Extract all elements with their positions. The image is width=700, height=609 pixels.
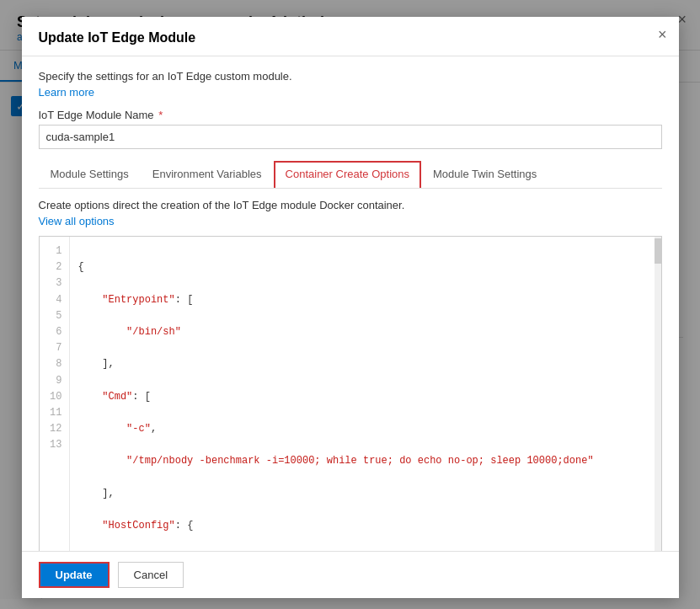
learn-more-link[interactable]: Learn more <box>39 86 94 99</box>
line-num-12: 12 <box>48 421 62 437</box>
line-num-6: 6 <box>48 324 62 340</box>
code-line-4: ], <box>78 356 653 372</box>
tab-module-settings[interactable]: Module Settings <box>39 161 141 189</box>
line-num-10: 10 <box>48 389 62 405</box>
modal-description: Specify the settings for an IoT Edge cus… <box>39 70 662 83</box>
container-create-options-content: Create options direct the creation of th… <box>39 199 662 551</box>
line-num-7: 7 <box>48 340 62 356</box>
line-num-11: 11 <box>48 405 62 421</box>
tab-module-twin-settings[interactable]: Module Twin Settings <box>421 161 548 189</box>
modal-title: Update IoT Edge Module <box>39 30 662 45</box>
update-button[interactable]: Update <box>39 562 110 588</box>
cancel-button[interactable]: Cancel <box>118 562 184 588</box>
scrollbar-thumb[interactable] <box>655 238 661 264</box>
line-num-9: 9 <box>48 373 62 389</box>
code-editor[interactable]: 1 2 3 4 5 6 7 8 9 10 11 12 13 <box>39 236 662 551</box>
code-line-3: "/bin/sh" <box>78 324 653 340</box>
code-line-9: "HostConfig": { <box>78 518 653 534</box>
line-numbers: 1 2 3 4 5 6 7 8 9 10 11 12 13 <box>40 237 70 551</box>
code-line-6: "-c", <box>78 421 653 437</box>
tab-environment-variables[interactable]: Environment Variables <box>141 161 274 189</box>
module-name-label: IoT Edge Module Name * <box>39 109 662 121</box>
line-num-8: 8 <box>48 356 62 372</box>
code-line-1: { <box>78 259 653 275</box>
module-name-input[interactable] <box>39 125 662 149</box>
modal-header: Update IoT Edge Module × <box>22 17 679 56</box>
view-all-options-link[interactable]: View all options <box>39 215 115 227</box>
code-line-5: "Cmd": [ <box>78 389 653 405</box>
tab-content-description: Create options direct the creation of th… <box>39 199 662 211</box>
code-line-7: "/tmp/nbody -benchmark -i=10000; while t… <box>78 453 653 469</box>
code-editor-inner: 1 2 3 4 5 6 7 8 9 10 11 12 13 <box>40 237 661 551</box>
line-num-1: 1 <box>48 243 62 259</box>
tab-container-create-options[interactable]: Container Create Options <box>274 161 421 188</box>
line-num-4: 4 <box>48 292 62 308</box>
line-num-5: 5 <box>48 308 62 324</box>
update-iot-module-modal: Update IoT Edge Module × Specify the set… <box>22 17 679 598</box>
code-content: { "Entrypoint": [ "/bin/sh" ], "Cmd": [ … <box>70 237 661 551</box>
modal-overlay: Update IoT Edge Module × Specify the set… <box>0 0 700 609</box>
modal-footer: Update Cancel <box>22 551 679 598</box>
code-line-2: "Entrypoint": [ <box>78 292 653 308</box>
line-num-13: 13 <box>48 437 62 453</box>
scrollbar-track <box>655 237 661 551</box>
line-num-3: 3 <box>48 275 62 291</box>
code-line-8: ], <box>78 486 653 502</box>
required-indicator: * <box>156 109 163 121</box>
modal-body: Specify the settings for an IoT Edge cus… <box>22 56 679 551</box>
modal-close-button[interactable]: × <box>658 27 667 42</box>
module-tabs: Module Settings Environment Variables Co… <box>39 161 662 189</box>
line-num-2: 2 <box>48 259 62 275</box>
